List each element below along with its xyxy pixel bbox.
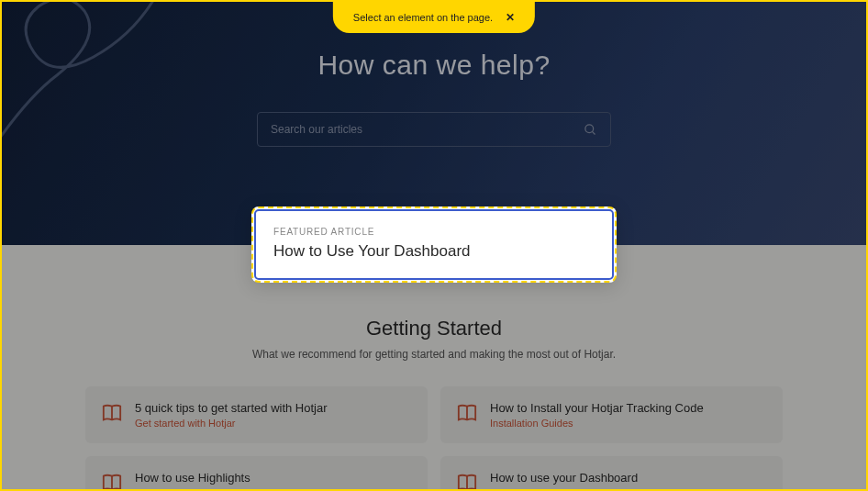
card-sub: Get started with Hotjar — [135, 418, 328, 429]
help-card[interactable]: How to Install your Hotjar Tracking Code… — [440, 386, 783, 443]
close-icon[interactable]: ✕ — [506, 11, 515, 24]
svg-line-1 — [592, 131, 595, 134]
search-input[interactable] — [271, 123, 584, 136]
help-card[interactable]: 5 quick tips to get started with Hotjar … — [85, 386, 428, 443]
card-title: 5 quick tips to get started with Hotjar — [135, 401, 328, 415]
selector-banner: Select an element on the page. ✕ — [333, 2, 535, 33]
book-icon — [102, 473, 122, 491]
card-title: How to use Highlights — [135, 471, 250, 485]
help-card[interactable]: How to use Highlights — [85, 456, 428, 491]
swirl-decoration — [0, 0, 167, 185]
featured-article-card[interactable]: FEATURED ARTICLE How to Use Your Dashboa… — [251, 206, 617, 283]
search-wrap[interactable] — [257, 112, 611, 147]
book-icon — [102, 403, 122, 423]
book-icon — [457, 403, 477, 423]
section-subtitle: What we recommend for getting started an… — [2, 348, 866, 361]
hero-title: How can we help? — [317, 50, 550, 81]
svg-point-0 — [585, 124, 594, 132]
card-title: How to use your Dashboard — [490, 471, 638, 485]
featured-title: How to Use Your Dashboard — [273, 242, 595, 261]
section-title: Getting Started — [2, 317, 866, 340]
banner-text: Select an element on the page. — [353, 12, 493, 23]
featured-label: FEATURED ARTICLE — [273, 227, 595, 237]
help-card[interactable]: How to use your Dashboard — [440, 456, 783, 491]
card-title: How to Install your Hotjar Tracking Code — [490, 401, 704, 415]
book-icon — [457, 473, 477, 491]
card-sub: Installation Guides — [490, 418, 704, 429]
search-icon — [584, 123, 597, 137]
cards-grid: 5 quick tips to get started with Hotjar … — [85, 386, 783, 491]
